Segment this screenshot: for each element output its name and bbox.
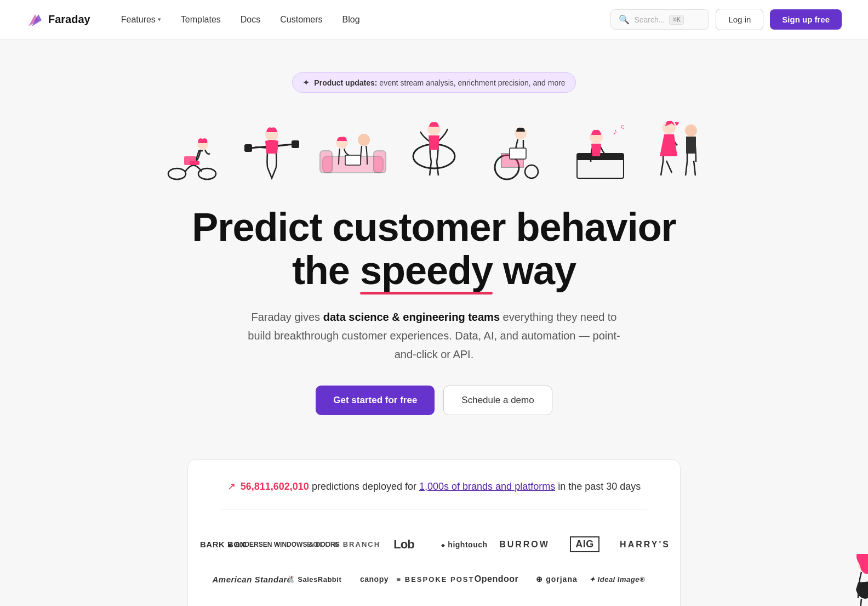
login-button[interactable]: Log in xyxy=(716,9,763,30)
svg-point-15 xyxy=(358,134,370,146)
schedule-demo-button[interactable]: Schedule a demo xyxy=(443,386,552,415)
logo-growthloop: ⊕ GrowthLoop xyxy=(341,598,403,606)
search-shortcut: ⌘K xyxy=(669,15,683,25)
headline-word: speedy xyxy=(360,249,493,292)
illustration-scooter xyxy=(152,112,229,184)
hero-section: ✦ Product updates: event stream analysis… xyxy=(0,39,868,606)
logo-burrow: BURROW xyxy=(494,531,555,558)
hero-illustrations: ♪ ♫ xyxy=(152,112,716,184)
svg-rect-9 xyxy=(244,144,252,152)
svg-rect-10 xyxy=(292,140,299,148)
svg-rect-22 xyxy=(510,148,526,159)
social-proof-card: ↗ 56,811,602,010 predictions deployed fo… xyxy=(187,459,681,606)
hero-subheadline: Faraday gives data science & engineering… xyxy=(248,308,620,364)
navbar-right: 🔍 Search... ⌘K Log in Sign up free xyxy=(610,9,842,30)
logo-andersen: ▲ ANDERSEN WINDOWS & DOORS xyxy=(253,532,313,557)
logo-canopy: canopy xyxy=(344,566,404,592)
logo-salesrabbit: 🐰 SalesRabbit xyxy=(284,567,344,592)
svg-text:♪: ♪ xyxy=(613,127,617,136)
social-proof-wrapper: ↗ 56,811,602,010 predictions deployed fo… xyxy=(22,459,846,606)
illustration-dancing: ♥ xyxy=(639,112,716,184)
nav-blog[interactable]: Blog xyxy=(334,10,369,29)
search-icon: 🔍 xyxy=(619,14,630,25)
logo-aig: AIG xyxy=(555,528,615,561)
svg-rect-13 xyxy=(374,151,386,173)
svg-rect-12 xyxy=(320,151,332,173)
illustration-wheelchair xyxy=(477,112,553,184)
arrow-up-icon: ↗ xyxy=(227,481,236,492)
get-started-button[interactable]: Get started for free xyxy=(316,386,435,415)
predictions-row: ↗ 56,811,602,010 predictions deployed fo… xyxy=(221,479,647,494)
logo-opendoor: Opendoor xyxy=(466,565,527,593)
logo-gorjana: ⊕ gorjana xyxy=(527,566,587,592)
nav-docs[interactable]: Docs xyxy=(232,10,269,29)
brands-link[interactable]: 1,000s of brands and platforms xyxy=(419,481,555,492)
logo-ethos: ETHOS xyxy=(403,598,463,606)
logo-bespoke: ≡ BESPOKE POST xyxy=(404,567,466,592)
search-box[interactable]: 🔍 Search... ⌘K xyxy=(610,9,709,30)
logo-fueled: ▊▊ Fueled xyxy=(587,598,647,606)
search-placeholder: Search... xyxy=(634,15,665,24)
logo-boll: BOLL & BRANCH xyxy=(313,531,374,557)
logo-idealimage: ✦ Ideal Image® xyxy=(587,567,647,592)
svg-text:♫: ♫ xyxy=(620,123,625,131)
logo-row-3: EMPIRE TODAYOrchard⊕ GrowthLoopETHOS⊕ we… xyxy=(221,595,647,606)
nav-customers[interactable]: Customers xyxy=(271,10,331,29)
illustration-weightlifter xyxy=(233,112,310,184)
svg-point-29 xyxy=(685,124,697,137)
logo-empire: EMPIRE TODAY xyxy=(221,599,281,606)
logo-lob: Lob xyxy=(374,529,434,560)
illustration-couch xyxy=(315,112,391,184)
svg-rect-6 xyxy=(184,156,196,165)
navbar: Faraday Features ▾ Templates Docs Custom… xyxy=(0,0,868,39)
sparkle-icon: ✦ xyxy=(302,77,310,88)
logo-orchard: Orchard xyxy=(281,597,341,606)
logo-wecommerce: ⊕ wecommerce xyxy=(463,598,527,606)
product-badge: ✦ Product updates: event stream analysis… xyxy=(292,72,575,93)
logo-amstandard: American Standard xyxy=(221,566,284,593)
deco-character xyxy=(835,554,868,606)
svg-point-2 xyxy=(168,168,186,179)
logo-harrys: HARRY'S xyxy=(615,531,675,558)
logo-kemper: KEMPER xyxy=(527,598,587,606)
predictions-number: 56,811,602,010 xyxy=(241,481,309,492)
svg-text:♥: ♥ xyxy=(675,119,679,128)
nav-templates[interactable]: Templates xyxy=(172,10,230,29)
logo-hightouch: ⬥ hightouch xyxy=(434,531,494,558)
navbar-links: Features ▾ Templates Docs Customers Blog xyxy=(112,10,611,29)
svg-point-20 xyxy=(525,165,538,178)
nav-features[interactable]: Features ▾ xyxy=(112,10,170,29)
logo[interactable]: Faraday xyxy=(26,11,90,29)
svg-rect-16 xyxy=(345,155,361,165)
chevron-down-icon: ▾ xyxy=(158,16,161,23)
hero-headline: Predict customer behavior the speedy way xyxy=(187,206,681,292)
logo-grid: BARK BOX▲ ANDERSEN WINDOWS & DOORSBOLL &… xyxy=(221,509,647,606)
illustration-hula xyxy=(396,112,472,184)
signup-button[interactable]: Sign up free xyxy=(770,9,842,30)
illustration-counter: ♪ ♫ xyxy=(558,112,635,184)
logo-row-2: American Standard🐰 SalesRabbitcanopy≡ BE… xyxy=(221,563,647,595)
logo-row-1: BARK BOX▲ ANDERSEN WINDOWS & DOORSBOLL &… xyxy=(221,525,647,563)
hero-cta-group: Get started for free Schedule a demo xyxy=(316,386,552,415)
svg-rect-24 xyxy=(577,154,624,160)
logo-text: Faraday xyxy=(48,13,90,26)
